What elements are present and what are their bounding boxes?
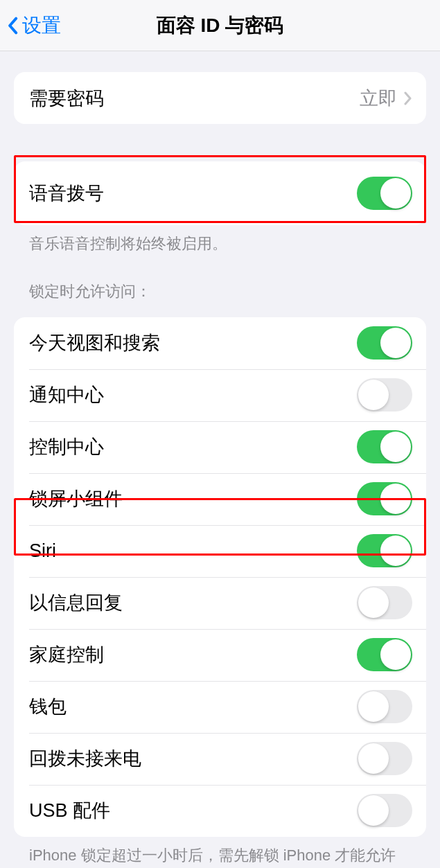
allow-access-toggle[interactable] — [357, 742, 412, 775]
allow-access-cell: 控制中心 — [14, 421, 426, 473]
voice-dial-group: 语音拨号 — [14, 161, 426, 225]
allow-access-toggle[interactable] — [357, 378, 412, 411]
allow-access-toggle[interactable] — [357, 794, 412, 827]
allow-access-toggle[interactable] — [357, 534, 412, 567]
chevron-left-icon — [6, 16, 19, 35]
allow-access-cell: 通知中心 — [14, 369, 426, 421]
allow-access-label: Siri — [29, 540, 56, 562]
allow-access-label: USB 配件 — [29, 798, 110, 823]
passcode-group: 需要密码 立即 — [14, 72, 426, 124]
require-passcode-value: 立即 — [360, 86, 397, 111]
allow-access-label: 通知中心 — [29, 382, 104, 407]
allow-access-toggle[interactable] — [357, 638, 412, 671]
allow-access-toggle[interactable] — [357, 482, 412, 515]
allow-access-cell: Siri — [14, 525, 426, 577]
voice-dial-cell: 语音拨号 — [14, 161, 426, 225]
require-passcode-label: 需要密码 — [29, 86, 104, 111]
navigation-bar: 设置 面容 ID 与密码 — [0, 0, 440, 51]
voice-dial-footer: 音乐语音控制将始终被启用。 — [14, 225, 426, 255]
allow-access-cell: 今天视图和搜索 — [14, 317, 426, 369]
allow-access-cell: 锁屏小组件 — [14, 473, 426, 525]
allow-access-label: 今天视图和搜索 — [29, 330, 160, 355]
require-passcode-cell[interactable]: 需要密码 立即 — [14, 72, 426, 124]
page-title: 面容 ID 与密码 — [157, 12, 284, 39]
usb-footer: iPhone 锁定超过一小时后，需先解锁 iPhone 才能允许 USB 配件连… — [14, 837, 426, 868]
allow-access-cell: 家庭控制 — [14, 629, 426, 681]
allow-access-toggle[interactable] — [357, 430, 412, 463]
allow-access-toggle[interactable] — [357, 690, 412, 723]
chevron-right-icon — [404, 91, 412, 105]
allow-access-label: 以信息回复 — [29, 590, 123, 615]
allow-access-header: 锁定时允许访问： — [14, 281, 426, 309]
allow-access-label: 钱包 — [29, 694, 67, 719]
back-label: 设置 — [22, 12, 61, 39]
back-button[interactable]: 设置 — [0, 12, 61, 39]
allow-access-label: 锁屏小组件 — [29, 486, 123, 511]
allow-access-cell: USB 配件 — [14, 785, 426, 837]
allow-access-label: 家庭控制 — [29, 642, 104, 667]
allow-access-label: 控制中心 — [29, 434, 104, 459]
allow-access-cell: 回拨未接来电 — [14, 733, 426, 785]
allow-access-group: 今天视图和搜索通知中心控制中心锁屏小组件Siri以信息回复家庭控制钱包回拨未接来… — [14, 317, 426, 837]
allow-access-label: 回拨未接来电 — [29, 746, 141, 771]
allow-access-toggle[interactable] — [357, 586, 412, 619]
voice-dial-label: 语音拨号 — [29, 181, 104, 206]
allow-access-toggle[interactable] — [357, 326, 412, 360]
voice-dial-toggle[interactable] — [357, 177, 412, 210]
allow-access-cell: 以信息回复 — [14, 577, 426, 629]
allow-access-cell: 钱包 — [14, 681, 426, 733]
